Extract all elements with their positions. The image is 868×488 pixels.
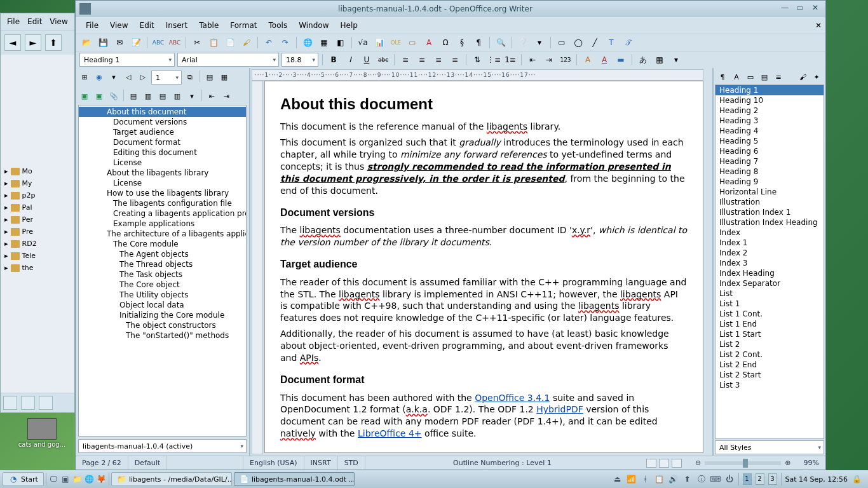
navigator-item[interactable]: The Core module — [79, 239, 246, 249]
fm-view-tree-button[interactable] — [39, 396, 53, 410]
style-item[interactable]: Horizontal Line — [715, 187, 824, 197]
navigator-item[interactable]: License — [79, 158, 246, 168]
nav-content-icon[interactable]: ▣ — [78, 90, 91, 102]
navigator-item[interactable]: Document versions — [79, 117, 246, 127]
menu-table[interactable]: Table — [194, 18, 224, 32]
styles-filter-combo[interactable]: All Styles — [715, 440, 824, 454]
style-item[interactable]: Illustration Index Heading — [715, 217, 824, 227]
text-frame-icon[interactable]: T — [604, 36, 618, 50]
navigator-item[interactable]: The Task objects — [79, 269, 246, 280]
more2-icon[interactable]: ▾ — [669, 53, 683, 67]
list-styles-icon[interactable]: ≡ — [772, 71, 785, 83]
fm-item[interactable]: ▸Pre — [2, 226, 73, 238]
style-item[interactable]: Index 3 — [715, 258, 824, 268]
new-style-icon[interactable]: ✦ — [810, 71, 823, 83]
horizontal-ruler[interactable]: ····1····2····3····4····5····6····7····8… — [252, 69, 703, 81]
navigator-doc-selector[interactable]: libagents-manual-1.0.4 (active) — [78, 439, 247, 453]
workspace-3[interactable]: 3 — [768, 473, 777, 485]
zoom-in-icon[interactable]: ⊕ — [785, 459, 790, 467]
bg-color-icon[interactable]: ▬ — [614, 53, 628, 67]
nav-header-icon[interactable]: ▤ — [203, 71, 216, 83]
nav-link-icon[interactable]: ⧉ — [184, 71, 196, 83]
menu-tools[interactable]: Tools — [264, 18, 293, 32]
tray-volume-icon[interactable]: 🔊 — [668, 474, 679, 484]
link-libreoffice[interactable]: LibreOffice 4+ — [358, 428, 422, 438]
navigator-item[interactable]: The architecture of a libagents applicat… — [79, 229, 246, 239]
style-item[interactable]: Heading 9 — [715, 177, 824, 187]
style-item[interactable]: Heading 3 — [715, 116, 824, 126]
fm-item[interactable]: ▸My — [2, 177, 73, 189]
formula-icon[interactable]: √a — [356, 36, 370, 50]
navigator-item[interactable]: How to use the libagents library — [79, 188, 246, 198]
close-button[interactable]: ✕ — [809, 3, 822, 15]
nav-promote-chap-icon[interactable]: ▤ — [127, 90, 140, 102]
style-item[interactable]: List 1 — [715, 299, 824, 309]
para-style-combo[interactable]: Heading 1 — [79, 53, 175, 67]
fill-format-icon[interactable]: 🖌 — [796, 71, 809, 83]
link-openoffice[interactable]: OpenOffice 3.4.1 — [475, 393, 550, 403]
menu-window[interactable]: Window — [294, 18, 334, 32]
style-item[interactable]: Heading 1 — [715, 85, 824, 95]
tray-bluetooth-icon[interactable]: ᚼ — [641, 474, 651, 484]
navigator-item[interactable]: About the libagents library — [79, 168, 246, 178]
cut-icon[interactable]: ✂ — [190, 36, 204, 50]
fm-item[interactable]: ▸RD2 — [2, 238, 73, 250]
number-format-icon[interactable]: 123 — [559, 53, 573, 67]
frame-styles-icon[interactable]: ▭ — [744, 71, 757, 83]
firefox-icon[interactable]: 🦊 — [97, 474, 107, 484]
style-item[interactable]: Illustration Index 1 — [715, 207, 824, 217]
spellcheck-icon[interactable]: ABC — [151, 36, 165, 50]
style-item[interactable]: List 1 Start — [715, 329, 824, 339]
show-desktop-icon[interactable]: 🖵 — [48, 474, 58, 484]
fm-back-button[interactable]: ◄ — [4, 34, 21, 51]
link-hybridpdf[interactable]: HybridPDF — [536, 404, 583, 414]
fontwork-icon[interactable]: 𝒯 — [621, 36, 635, 50]
browser-icon[interactable]: 🌐 — [85, 474, 95, 484]
fm-view-list-button[interactable] — [21, 396, 35, 410]
fm-up-button[interactable]: ⬆ — [45, 34, 62, 51]
strike-icon[interactable]: abc — [376, 53, 390, 67]
navigator-item[interactable]: The libagents configuration file — [79, 198, 246, 208]
tray-disk-icon[interactable]: ⏏ — [613, 474, 623, 484]
status-page[interactable]: Page 2 / 62 — [76, 456, 128, 470]
indent-icon[interactable]: ⇥ — [542, 53, 556, 67]
workspace-1[interactable]: 1 — [743, 473, 752, 485]
styles-list[interactable]: Heading 1Heading 10Heading 2Heading 3Hea… — [715, 85, 824, 439]
mail-icon[interactable]: ✉ — [112, 36, 126, 50]
fm-forward-button[interactable]: ► — [25, 34, 41, 51]
fm-item[interactable]: ▸Tele — [2, 250, 73, 262]
underline-icon[interactable]: U — [360, 53, 374, 67]
zoom-slider[interactable] — [705, 461, 781, 465]
nav-attach-icon[interactable]: 📎 — [107, 90, 120, 102]
files-icon[interactable]: 📁 — [72, 474, 83, 484]
open-icon[interactable]: 📂 — [79, 36, 93, 50]
table-icon[interactable]: ▦ — [317, 36, 331, 50]
nav-next-page-icon[interactable]: ▷ — [137, 71, 149, 83]
gallery-icon[interactable]: A — [422, 36, 436, 50]
status-insert-mode[interactable]: INSRT — [304, 456, 338, 470]
menu-edit[interactable]: Edit — [135, 18, 159, 32]
imagemap-icon[interactable]: ▦ — [653, 53, 667, 67]
tray-lock-icon[interactable]: 🔒 — [851, 474, 862, 484]
taskbar-task[interactable]: 📄 libagents-manual-1.0.4.odt ... — [234, 472, 355, 486]
menu-view[interactable]: View — [105, 18, 133, 32]
navigator-item[interactable]: The Core object — [79, 280, 246, 290]
fm-menu-file[interactable]: File — [7, 17, 20, 26]
tray-keyboard-icon[interactable]: ⌨ — [710, 474, 721, 484]
number-list-icon[interactable]: 1≡ — [503, 53, 517, 67]
bullet-list-icon[interactable]: ⋮≡ — [487, 53, 501, 67]
style-item[interactable]: Index 2 — [715, 248, 824, 258]
char-styles-icon[interactable]: A — [730, 71, 743, 83]
show-draw-icon[interactable]: ◧ — [334, 36, 348, 50]
font-size-combo[interactable]: 18.8 — [281, 53, 318, 67]
fm-item[interactable]: ▸Per — [2, 214, 73, 226]
fm-menu-view[interactable]: View — [50, 17, 67, 26]
fm-menu-edit[interactable]: Edit — [27, 17, 42, 26]
vertical-ruler[interactable] — [252, 81, 263, 454]
copy-icon[interactable]: 📋 — [207, 36, 220, 50]
navigator-item[interactable]: Creating a libagents application project — [79, 208, 246, 219]
ole-icon[interactable]: OLE — [389, 36, 403, 50]
style-item[interactable]: List 2 End — [715, 360, 824, 370]
fm-view-icons-button[interactable] — [3, 396, 17, 410]
nav-root-icon[interactable]: ▣ — [93, 90, 105, 102]
